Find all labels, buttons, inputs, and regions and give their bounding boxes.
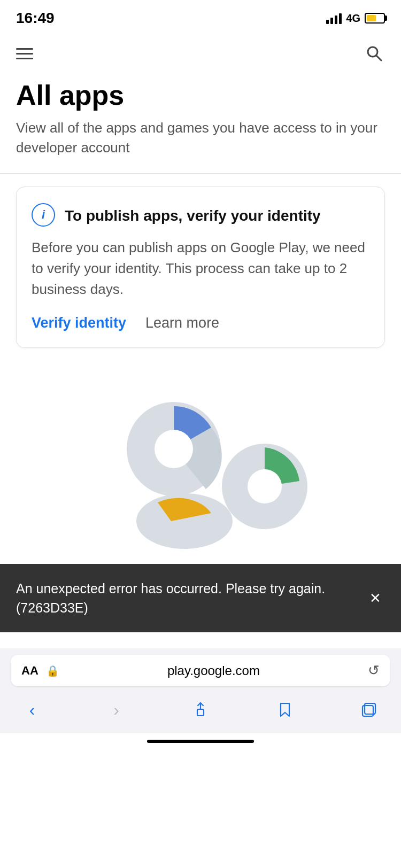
bookmarks-button[interactable] [269, 697, 301, 723]
browser-nav: ‹ › [0, 691, 401, 733]
svg-point-6 [248, 469, 282, 503]
error-message: An unexpected error has occurred. Please… [16, 579, 357, 618]
card-header: i To publish apps, verify your identity [32, 203, 369, 227]
battery-fill [367, 15, 376, 21]
card-actions: Verify identity Learn more [32, 315, 369, 331]
forward-arrow-icon: › [113, 700, 119, 720]
close-icon: ✕ [369, 590, 381, 607]
tabs-icon [360, 701, 378, 719]
page-header: All apps View all of the apps and games … [0, 75, 401, 168]
signal-bar-4 [339, 13, 342, 24]
signal-bar-1 [326, 20, 329, 24]
hamburger-menu-icon[interactable] [16, 48, 33, 59]
home-bar [147, 740, 254, 743]
search-icon [366, 45, 383, 62]
status-time: 16:49 [16, 10, 55, 27]
info-icon: i [32, 203, 55, 227]
lock-icon: 🔒 [46, 664, 59, 677]
tabs-button[interactable] [353, 697, 385, 723]
illustration-area [0, 361, 401, 564]
font-size-control[interactable]: AA [21, 664, 38, 678]
notification-card: i To publish apps, verify your identity … [16, 187, 385, 348]
forward-button[interactable]: › [101, 697, 133, 723]
verify-identity-button[interactable]: Verify identity [32, 315, 126, 331]
page-subtitle: View all of the apps and games you have … [16, 118, 385, 157]
back-button[interactable]: ‹ [16, 697, 48, 723]
nav-bar [0, 32, 401, 75]
reload-button[interactable]: ↺ [368, 662, 380, 679]
battery-icon [365, 13, 385, 24]
hamburger-line-2 [16, 53, 33, 55]
browser-url-bar[interactable]: AA 🔒 play.google.com ↺ [11, 655, 390, 686]
url-display[interactable]: play.google.com [67, 663, 360, 678]
search-button[interactable] [364, 43, 385, 64]
svg-line-1 [376, 56, 381, 60]
signal-bars-icon [326, 12, 342, 24]
section-divider [0, 173, 401, 174]
status-right: 4G [326, 12, 385, 25]
signal-bar-3 [335, 15, 337, 24]
signal-bar-2 [330, 18, 333, 24]
share-icon [191, 701, 210, 719]
share-button[interactable] [184, 697, 217, 723]
card-title: To publish apps, verify your identity [65, 203, 321, 226]
bookmarks-icon [276, 701, 294, 719]
svg-rect-7 [197, 709, 204, 716]
back-arrow-icon: ‹ [29, 700, 35, 720]
close-toast-button[interactable]: ✕ [366, 588, 385, 608]
page-title: All apps [16, 80, 385, 111]
content-spacer [0, 632, 401, 648]
status-bar: 16:49 4G [0, 0, 401, 32]
apps-illustration [88, 366, 313, 559]
card-body: Before you can publish apps on Google Pl… [32, 237, 369, 300]
network-type: 4G [346, 12, 360, 25]
hamburger-line-1 [16, 48, 33, 50]
svg-point-3 [155, 430, 193, 468]
learn-more-button[interactable]: Learn more [145, 315, 219, 331]
hamburger-line-3 [16, 58, 33, 59]
error-toast: An unexpected error has occurred. Please… [0, 564, 401, 633]
browser-bar-area: AA 🔒 play.google.com ↺ [0, 648, 401, 691]
home-indicator [0, 733, 401, 747]
